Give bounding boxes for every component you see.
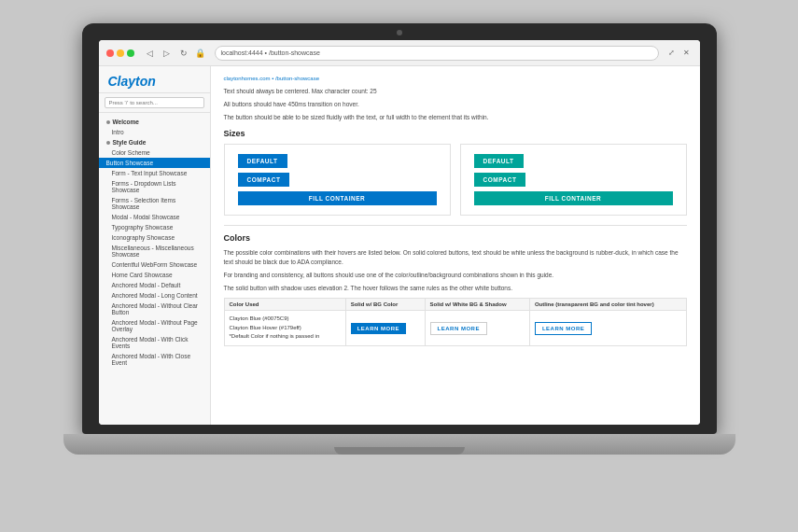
sidebar-label: Anchored Modal - Default xyxy=(112,282,181,288)
color-default-note: *Default Color if nothing is passed in xyxy=(230,332,341,342)
browser-actions: ⤢ ✕ xyxy=(666,48,693,59)
close-button[interactable] xyxy=(106,49,114,57)
sidebar-item-anchored-noclear[interactable]: Anchored Modal - Without Clear Button xyxy=(99,301,210,317)
sidebar-label: Anchored Modal - Long Content xyxy=(112,292,198,299)
col-header-outline: Outline (transparent BG and color tint h… xyxy=(529,299,686,311)
colors-title: Colors xyxy=(224,233,687,243)
table-row: Clayton Blue (#0075C9) Clayton Blue Hove… xyxy=(224,311,686,346)
browser-window: ◁ ▷ ↻ 🔒 localhost:4444 • /button-showcas… xyxy=(99,40,700,425)
sidebar: Clayton Welcome Intro xyxy=(99,66,211,425)
col-header-solid-white: Solid w/ White BG & Shadow xyxy=(425,299,529,311)
sidebar-item-misc[interactable]: Miscellaneous - Miscellaneous Showcase xyxy=(99,243,210,259)
expand-icon[interactable]: ⤢ xyxy=(666,48,678,59)
address-text: localhost:4444 • /button-showcase xyxy=(221,49,320,56)
dot-icon xyxy=(106,120,110,124)
forward-icon[interactable]: ▷ xyxy=(161,47,174,60)
color-swatch-cell: Clayton Blue (#0075C9) Clayton Blue Hove… xyxy=(224,311,345,346)
sidebar-label: Intro xyxy=(112,129,124,135)
close-icon[interactable]: ✕ xyxy=(681,48,693,59)
color-name-blue: Clayton Blue (#0075C9) xyxy=(230,315,341,324)
address-bar[interactable]: localhost:4444 • /button-showcase xyxy=(215,46,659,61)
camera xyxy=(397,30,402,35)
sidebar-item-styleguide[interactable]: Style Guide xyxy=(99,137,210,147)
sidebar-label: Miscellaneous - Miscellaneous Showcase xyxy=(112,245,203,258)
fill-teal-button[interactable]: FILL CONTAINER xyxy=(474,191,673,205)
solid-white-cell: LEARN MORE xyxy=(425,311,529,346)
sidebar-label: Anchored Modal - Without Page Overlay xyxy=(112,319,203,332)
sidebar-item-colorscheme[interactable]: Color Scheme xyxy=(99,147,210,158)
sidebar-item-iconography[interactable]: Iconography Showcase xyxy=(99,232,210,243)
sidebar-label: Anchored Modal - With Click Events xyxy=(112,336,203,349)
back-icon[interactable]: ◁ xyxy=(144,47,157,60)
intro-line-2: All buttons should have 450ms transition… xyxy=(224,100,687,109)
maximize-button[interactable] xyxy=(127,49,134,57)
sidebar-label: Modal - Modal Showcase xyxy=(112,214,180,220)
app-layout: Clayton Welcome Intro xyxy=(99,66,700,425)
intro-line-1: Text should always be centered. Max char… xyxy=(224,87,687,96)
sidebar-item-homecard[interactable]: Home Card Showcase xyxy=(99,270,210,280)
color-name-hover: Clayton Blue Hover (#179eff) xyxy=(230,324,341,333)
sidebar-item-dropdown[interactable]: Forms - Dropdown Lists Showcase xyxy=(99,178,210,195)
sidebar-item-intro[interactable]: Intro xyxy=(99,127,210,137)
dot-icon xyxy=(106,141,110,145)
sidebar-label: Contentful WebForm Showcase xyxy=(112,261,198,268)
sidebar-item-modal[interactable]: Modal - Modal Showcase xyxy=(99,212,210,222)
search-input[interactable] xyxy=(105,97,204,108)
traffic-lights xyxy=(106,49,134,57)
default-teal-button[interactable]: DEFAULT xyxy=(474,154,524,168)
browser-chrome: ◁ ▷ ↻ 🔒 localhost:4444 • /button-showcas… xyxy=(99,40,700,66)
outline-cell: LEARN MORE xyxy=(529,311,686,346)
sidebar-item-anchored-click[interactable]: Anchored Modal - With Click Events xyxy=(99,334,210,351)
browser-nav-icons: ◁ ▷ ↻ 🔒 xyxy=(144,47,207,60)
sidebar-label: Color Scheme xyxy=(112,149,150,156)
sidebar-item-anchored-long[interactable]: Anchored Modal - Long Content xyxy=(99,290,210,301)
learn-more-solid-button[interactable]: LEARN MORE xyxy=(351,323,406,334)
compact-blue-button[interactable]: COMPACT xyxy=(238,173,290,187)
sidebar-item-button-showcase[interactable]: Button Showcase xyxy=(99,158,210,168)
lock-icon: 🔒 xyxy=(194,47,207,60)
sidebar-logo: Clayton xyxy=(99,66,210,93)
screen-bezel: ◁ ▷ ↻ 🔒 localhost:4444 • /button-showcas… xyxy=(82,23,717,434)
laptop-container: ◁ ▷ ↻ 🔒 localhost:4444 • /button-showcas… xyxy=(63,23,735,509)
sidebar-nav: Welcome Intro Style Guide Color Scheme xyxy=(99,113,210,371)
colors-table: Color Used Solid w/ BG Color Solid w/ Wh… xyxy=(224,298,687,346)
sidebar-label: Welcome xyxy=(113,119,139,125)
sidebar-item-selection[interactable]: Forms - Selection Items Showcase xyxy=(99,195,210,212)
sidebar-item-webform[interactable]: Contentful WebForm Showcase xyxy=(99,259,210,270)
colors-intro-1: The possible color combinations with the… xyxy=(224,248,687,267)
sidebar-label: Iconography Showcase xyxy=(112,234,175,241)
compact-teal-button[interactable]: COMPACT xyxy=(474,173,526,187)
sidebar-item-typography[interactable]: Typography Showcase xyxy=(99,222,210,232)
col-header-color: Color Used xyxy=(224,299,345,311)
sidebar-label: Button Showcase xyxy=(106,160,154,166)
breadcrumb: claytonhomes.com • /button-showcase xyxy=(224,76,687,81)
button-showcase-grid: DEFAULT COMPACT FILL CONTAINER DEFAULT C… xyxy=(224,144,687,216)
fill-blue-button[interactable]: FILL CONTAINER xyxy=(238,191,437,205)
button-group-teal: DEFAULT COMPACT FILL CONTAINER xyxy=(460,144,687,216)
refresh-icon[interactable]: ↻ xyxy=(177,47,190,60)
sidebar-label: Style Guide xyxy=(113,139,147,146)
sidebar-search xyxy=(99,93,210,113)
learn-more-white-button[interactable]: LEARN MORE xyxy=(430,322,487,335)
default-blue-button[interactable]: DEFAULT xyxy=(238,154,287,168)
sidebar-item-anchored-default[interactable]: Anchored Modal - Default xyxy=(99,280,210,290)
colors-section: Colors The possible color combinations w… xyxy=(224,233,687,346)
sidebar-label: Anchored Modal - With Close Event xyxy=(112,353,203,366)
button-group-blue: DEFAULT COMPACT FILL CONTAINER xyxy=(224,144,451,216)
solid-bg-cell: LEARN MORE xyxy=(345,311,425,346)
sidebar-label: Typography Showcase xyxy=(112,224,174,231)
laptop-base xyxy=(63,434,735,455)
learn-more-outline-button[interactable]: LEARN MORE xyxy=(535,322,592,335)
sidebar-item-anchored-nooverlay[interactable]: Anchored Modal - Without Page Overlay xyxy=(99,317,210,334)
sidebar-label: Forms - Selection Items Showcase xyxy=(112,197,203,210)
colors-intro-3: The solid button with shadow uses elevat… xyxy=(224,284,687,293)
sidebar-item-form-textinput[interactable]: Form - Text Input Showcase xyxy=(99,168,210,178)
col-header-solid-bg: Solid w/ BG Color xyxy=(345,299,425,311)
minimize-button[interactable] xyxy=(117,49,124,57)
sidebar-label: Form - Text Input Showcase xyxy=(112,170,188,176)
sidebar-item-welcome[interactable]: Welcome xyxy=(99,117,210,127)
logo-text: Clayton xyxy=(108,74,156,89)
sidebar-item-anchored-close[interactable]: Anchored Modal - With Close Event xyxy=(99,351,210,368)
sidebar-label: Forms - Dropdown Lists Showcase xyxy=(112,180,203,193)
colors-intro-2: For branding and consistency, all button… xyxy=(224,271,687,280)
